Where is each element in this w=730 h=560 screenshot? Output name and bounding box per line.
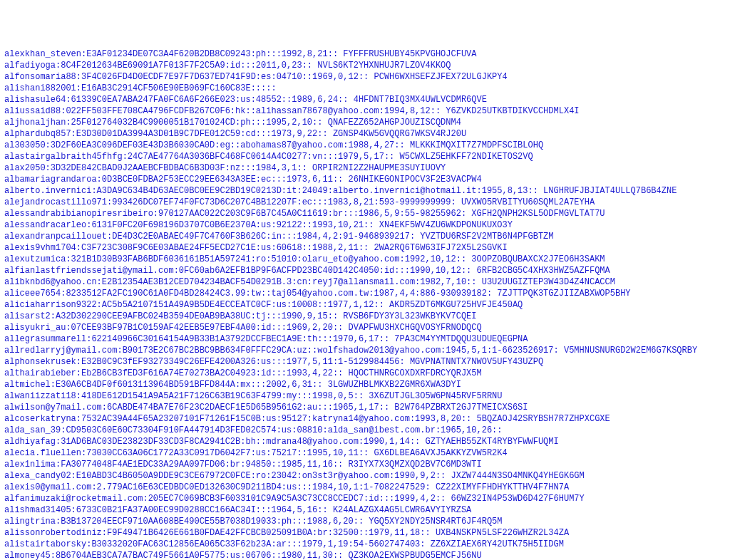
dump-row: allredlarryj@ymail.com:B90173E2C67BC2BBC… [4, 345, 726, 356]
dump-row: alexutzumica:321B1D30B93FAB6BDF6036161B5… [4, 254, 726, 265]
dump-row: alexis0@ymail.com:2.779AC16E63CEDBDC0ED1… [4, 482, 726, 493]
dump-row: aliussaid88:022FF503FFE708CA4796FCDFB267… [4, 105, 726, 117]
dump-row: aliceee7654:8233512FA2FC190C61A0FD4BD284… [4, 288, 726, 299]
dump-row: al303050:3D2F60EA3C096DEF03E43D3B6030CA0… [4, 140, 726, 151]
dump-row: alphardubq857:E3D30D01DA3994A3D01B9C7DFE… [4, 128, 726, 140]
dump-row: alishani882001:E16AB3C2914CF506E90EB069F… [4, 83, 726, 94]
dump-row: alexis9vhm1704:C3F723C308F9C6E03ABAE24FF… [4, 242, 726, 254]
dump-row: alishmad31405:6733C0B21FA37A00EC99D0288C… [4, 504, 726, 516]
dump-row: alphonsekrusek:E32B0C9C3fEF93273349C26EF… [4, 356, 726, 368]
dump-row: albamariagrandaroa:0D3BCE0FDBA2F53ECC29E… [4, 174, 726, 185]
dump-row: aljhonaljhan:25F012764032B4C9900051B1701… [4, 117, 726, 128]
dump-row: alexkhan_steven:E3AF01234DE07C3A4F620B2D… [4, 48, 726, 60]
dump-row: alberto.invernici:A3DA9C634B4D63AEC0BC0E… [4, 185, 726, 197]
dump-row: alfadiyoga:8C4F2012634BE69091A7F013F7F2C… [4, 60, 726, 71]
dump-row: alisyukri_au:07CEE93BF97B1C0159AF42EEB5E… [4, 322, 726, 333]
dump-row: alissonrobertodiniz:F9F49471B6426E661B0F… [4, 527, 726, 539]
dump-row: alexa_candy02:E10ABD3C4B6050A9DDE9C3CE67… [4, 470, 726, 482]
dump-row: alda_san_39:CD9503C60E60C73304F910FA4479… [4, 425, 726, 436]
credential-dump-view: alexkhan_steven:E3AF01234DE07C3A4F620B2D… [4, 48, 726, 560]
dump-row: alishasule64:61339C0EA7ABA247FA0FC6A6F26… [4, 94, 726, 105]
dump-row: alcoserkatryna:7532AC39A44F65A23207101F7… [4, 413, 726, 425]
dump-row: aldhiyafag:31AD6BAC03DE23823DF33CD3F8CA2… [4, 436, 726, 447]
dump-row: altmichel:E30A6CB4DF0f6013113964BD591BFF… [4, 379, 726, 390]
dump-row: alingtrina:B3B137204EECF9710AA608BE490CE… [4, 516, 726, 527]
dump-row: althairabieber:Eb2B6CB3fED3F616A74E70273… [4, 368, 726, 379]
dump-row: alibknbd6@yahoo.cn:E2B12354AE3B12CED7042… [4, 276, 726, 288]
dump-row: alisarst2:A32D302290CEE9AFBC024B3594DE0A… [4, 311, 726, 322]
dump-row: alecia.fluellen:73030CC63A06C1772A33C091… [4, 447, 726, 459]
dump-row: alfanimuzaki@rocketmail.com:205EC7C069BC… [4, 493, 726, 504]
dump-row: almoney45:8B6704AEB3CA7A7BAC749F5661A0F5… [4, 550, 726, 560]
dump-row: alwilson@y7mail.com:6CABDE474BA7E76F23C2… [4, 402, 726, 413]
dump-row: alwaniizzati18:418DE612D1541A9A5A21F7126… [4, 390, 726, 402]
dump-row: aliciaharrison9322:AC5b5A2107151A49A9B5D… [4, 299, 726, 311]
dump-row: alexandranpcaillouet:DE4D3C2E0ABAEC49F7C… [4, 231, 726, 242]
dump-row: alessandracarleo:6131F0FC20F698196D3707C… [4, 219, 726, 231]
dump-row: alfianlastfriendssejati@ymail.com:0FC60a… [4, 265, 726, 276]
dump-row: alejandrocastillo971:993426DC07EF74F0FC7… [4, 197, 726, 208]
dump-row: alistairtaborsky:B30332020FAC63C12856EA0… [4, 539, 726, 550]
dump-row: allegrasummarell:622140966C30164154A9B33… [4, 333, 726, 345]
dump-row: alastairgalbraith45fhfg:24C7AE47764A3036… [4, 151, 726, 162]
dump-row: alfonsomaria88:3F4C026FD4D0ECDF7E97F7D63… [4, 71, 726, 83]
dump-row: alax2050:3D32DE842CBAD0J2AAEBCFBDBAC6B3D… [4, 162, 726, 174]
dump-row: alex1nlima:FA30774048F4AE1EDC33A29AA097F… [4, 459, 726, 470]
dump-row: alessandrabibianopiresribeiro:970127AAC0… [4, 208, 726, 219]
